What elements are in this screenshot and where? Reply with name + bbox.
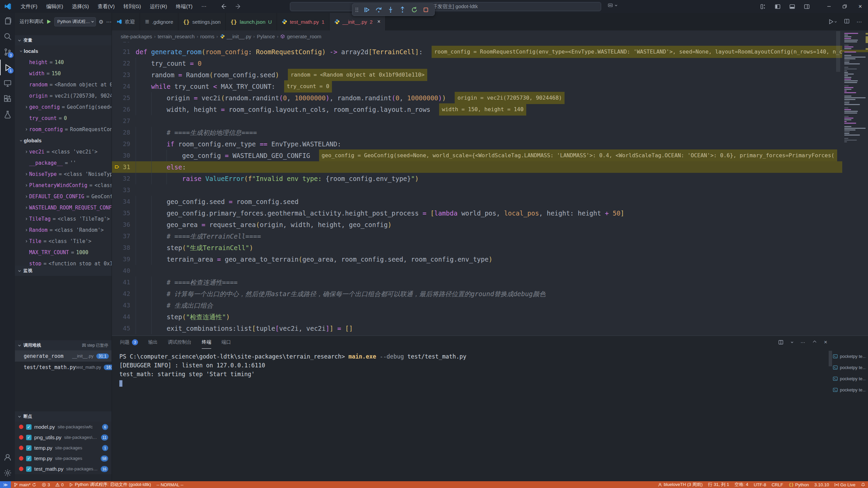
command-center[interactable]: [扩展开发宿主] godot-ldtk xyxy=(290,2,601,11)
variable-row[interactable]: MAX_TRY_COUNT=1000 xyxy=(15,247,112,258)
variable-row[interactable]: WASTELAND_ROOM_REQUEST_CONFIG=RoomR… xyxy=(15,202,112,213)
breakpoint-checkbox[interactable]: ✓ xyxy=(26,435,32,440)
panel-tab-输出[interactable]: 输出 xyxy=(148,336,158,349)
menu-编辑(E)[interactable]: 编辑(E) xyxy=(42,0,67,13)
variable-row[interactable]: __package__='' xyxy=(15,157,112,168)
panel-tab-终端[interactable]: 终端 xyxy=(202,336,211,349)
panel-more-icon[interactable]: ⋯ xyxy=(801,340,805,345)
panel-close-icon[interactable]: × xyxy=(824,339,827,346)
menu-选择(S)[interactable]: 选择(S) xyxy=(67,0,93,13)
variable-row[interactable]: Tile=<class 'Tile'> xyxy=(15,236,112,247)
debug-restart-icon[interactable] xyxy=(411,6,418,13)
copilot-menu[interactable] xyxy=(608,3,618,8)
debug-step-over-icon[interactable] xyxy=(375,6,382,13)
breadcrumb-item[interactable]: rooms xyxy=(200,34,214,39)
activity-account[interactable] xyxy=(0,449,15,465)
status-0[interactable]: 0 xyxy=(53,482,66,487)
activity-extensions[interactable] xyxy=(0,91,15,106)
tab-欢迎[interactable]: 欢迎 xyxy=(112,13,140,30)
breakpoint-row[interactable]: ✓png_utils.pysite-packages\wfc11 xyxy=(15,432,112,443)
terminal-scrollbar[interactable] xyxy=(829,351,832,366)
tab-test_math.py[interactable]: test_math.py1 xyxy=(277,13,330,30)
debug-start-icon[interactable] xyxy=(46,19,52,24)
tab-launch.json[interactable]: {}launch.jsonU xyxy=(226,13,277,30)
remote-indicator[interactable]: ≫ xyxy=(0,481,11,488)
status-行 31, 列 1[interactable]: 行 31, 列 1 xyxy=(705,482,732,488)
status-CRLF[interactable]: CRLF xyxy=(769,482,786,487)
breakpoint-row[interactable]: ✓temp.pysite-packages58 xyxy=(15,453,112,464)
minimize-icon[interactable] xyxy=(821,0,837,13)
close-window-icon[interactable]: × xyxy=(852,0,868,13)
status-空格: 4[interactable]: 空格: 4 xyxy=(732,482,751,488)
status-Go Live[interactable]: Go Live xyxy=(832,482,858,487)
variables-scope[interactable]: locals xyxy=(15,45,112,57)
status-Python 调试程序: 启动文件 (godot-ldtk)[interactable]: Python 调试程序: 启动文件 (godot-ldtk) xyxy=(66,482,154,488)
terminal-output[interactable]: PS C:\computer_science\godot-ldtk\site-p… xyxy=(112,349,868,387)
breakpoints-section-header[interactable]: 断点 xyxy=(15,411,112,422)
menu-文件(F)[interactable]: 文件(F) xyxy=(16,0,42,13)
terminal-instance[interactable]: pocketpy te… xyxy=(833,351,866,362)
panel-tab-调试控制台[interactable]: 调试控制台 xyxy=(168,336,192,349)
minimap[interactable] xyxy=(842,31,868,221)
menu-⋯[interactable]: ⋯ xyxy=(197,0,211,13)
status-main*[interactable]: main* xyxy=(11,482,39,487)
activity-remote-explorer[interactable] xyxy=(0,75,15,91)
variable-row[interactable]: DEFAULT_GEO_CONFIG=GeoConfig(seed=1… xyxy=(15,191,112,202)
split-terminal-icon[interactable] xyxy=(778,340,784,345)
toggle-panel-icon[interactable] xyxy=(789,4,795,9)
callstack-frame[interactable]: generate_room__init__.py31:1 xyxy=(15,350,112,362)
activity-test-beaker[interactable] xyxy=(0,106,15,122)
terminal-instance[interactable]: pocketpy te… xyxy=(833,384,866,395)
split-editor-icon[interactable] xyxy=(844,18,850,25)
variable-row[interactable]: PlanetaryWindConfig=<class 'Planeta… xyxy=(15,180,112,191)
menu-运行(R)[interactable]: 运行(R) xyxy=(145,0,172,13)
status-3.10.10[interactable]: 3.10.10 xyxy=(812,482,832,487)
variable-row[interactable]: try_count=0 xyxy=(15,113,112,124)
toggle-sidebar-icon[interactable] xyxy=(775,4,781,9)
variable-row[interactable]: NoiseType=<class 'NoiseType'> xyxy=(15,168,112,180)
panel-maximize-icon[interactable] xyxy=(812,339,817,345)
status-blueloveTH (3 周前)[interactable]: blueloveTH (3 周前) xyxy=(655,482,705,488)
debug-continue-icon[interactable] xyxy=(363,6,370,13)
status-UTF-8[interactable]: UTF-8 xyxy=(751,482,769,487)
callstack-section-header[interactable]: 调用堆栈 因 step 已暂停 xyxy=(15,340,112,350)
variable-row[interactable]: stop=<function stop at 0x1bf8d716d… xyxy=(15,258,112,266)
variable-row[interactable]: geo_config=GeoConfig(seed=None, wor… xyxy=(15,101,112,113)
breakpoint-checkbox[interactable]: ✓ xyxy=(26,466,32,472)
menu-终端(T)[interactable]: 终端(T) xyxy=(172,0,197,13)
breadcrumb-item[interactable]: terrain_research xyxy=(158,34,195,39)
variables-scope[interactable]: globals xyxy=(15,135,112,146)
breakpoint-checkbox[interactable]: ✓ xyxy=(26,456,32,461)
status-3[interactable]: 3 xyxy=(39,482,53,487)
menu-查看(V)[interactable]: 查看(V) xyxy=(93,0,119,13)
activity-settings-gear[interactable] xyxy=(0,465,15,481)
activity-search[interactable] xyxy=(0,28,15,44)
nav-back-icon[interactable] xyxy=(220,3,226,9)
variable-row[interactable]: origin=vec2i(7205730, 9024468) xyxy=(15,90,112,101)
variable-row[interactable]: TileTag=<class 'TileTag'> xyxy=(15,213,112,224)
debug-stop-icon[interactable] xyxy=(423,7,429,13)
code-editor[interactable]: 2021def generate_room(room_config: RoomR… xyxy=(112,42,868,336)
activity-files[interactable] xyxy=(0,13,15,28)
variable-row[interactable]: Random=<class 'Random'> xyxy=(15,224,112,236)
tab-close-icon[interactable]: × xyxy=(377,19,380,25)
editor-more-icon[interactable]: ⋯ xyxy=(856,19,862,25)
callstack-frame[interactable]: test/test_math.pytest_math.py16:1 xyxy=(15,362,112,373)
breadcrumb-item[interactable]: Pylance xyxy=(257,34,275,39)
terminal-profile-chevron-icon[interactable] xyxy=(790,341,794,344)
activity-source-control[interactable]: 3 xyxy=(0,44,15,60)
status-bell[interactable] xyxy=(858,483,868,487)
status--- NORMAL --[interactable]: -- NORMAL -- xyxy=(154,482,186,487)
editor-scrollbar[interactable] xyxy=(836,31,840,72)
toggle-secondary-sidebar-icon[interactable] xyxy=(804,4,810,9)
breadcrumb-item[interactable]: site-packages xyxy=(121,34,152,39)
tab-.gdignore[interactable]: ≣.gdignore xyxy=(140,13,178,30)
variable-row[interactable]: width=150 xyxy=(15,68,112,79)
breakpoint-row[interactable]: ✓test_math.pysite-packages\terrain_res…1… xyxy=(15,464,112,474)
run-file-icon[interactable] xyxy=(828,19,837,25)
debug-step-out-icon[interactable] xyxy=(399,6,406,13)
tab-settings.json[interactable]: {}settings.json xyxy=(178,13,226,30)
status-Python[interactable]: {}Python xyxy=(786,482,812,487)
debug-step-into-icon[interactable] xyxy=(387,6,394,13)
activity-run-debug[interactable]: 1 xyxy=(0,60,15,75)
